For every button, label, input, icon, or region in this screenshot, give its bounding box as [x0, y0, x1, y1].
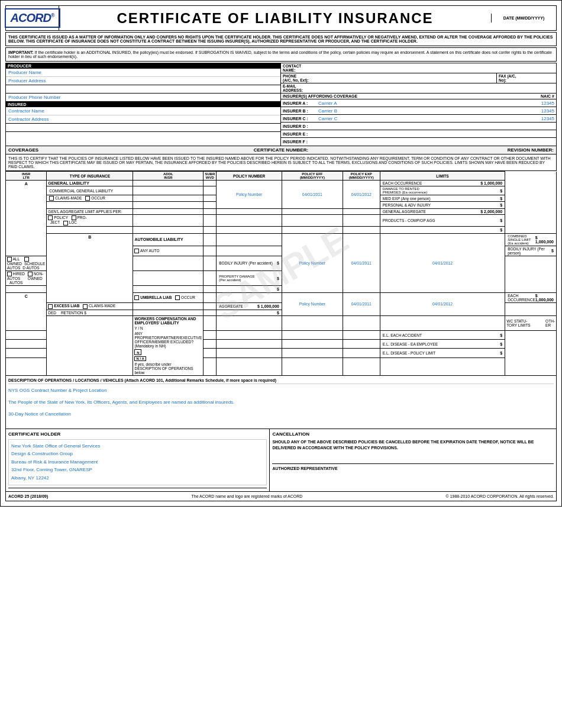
producer-address: Producer Address: [6, 77, 280, 85]
contractor-name: Contractor Name: [6, 107, 280, 115]
operations-line1: NYS OGS Contract Number & Project Locati…: [8, 386, 554, 395]
page-title: CERTIFICATE OF LIABILITY INSURANCE: [59, 8, 491, 29]
section-a-row-6: POLICY PRO- JECT LOC PRODUCTS - COMP/OP …: [6, 215, 557, 227]
cert-holder-address: New York State Office of General Service…: [8, 439, 267, 485]
section-a-row-1: A GENERAL LIABILITY Policy Number 04/01/…: [6, 181, 557, 186]
cert-holder-left: CERTIFICATE HOLDER New York State Office…: [6, 429, 270, 491]
producer-name: Producer Name: [6, 69, 280, 77]
umbrella-occur-checkbox[interactable]: [175, 295, 180, 300]
insurer-d-row: INSURER D :: [281, 123, 556, 130]
policy-checkbox[interactable]: [48, 215, 53, 220]
producer-label: PRODUCER: [6, 63, 280, 69]
insurer-e-row: INSURER E :: [281, 130, 556, 138]
section-a-row-5: GEN'L AGGREGATE LIMIT APPLIES PER: GENER…: [6, 209, 557, 215]
operations-line2: The People of the State of New York, Its…: [8, 398, 554, 407]
any-auto-checkbox[interactable]: [134, 249, 139, 253]
non-owned-checkbox[interactable]: [28, 272, 33, 276]
loc-checkbox[interactable]: [63, 221, 68, 226]
insurer-a-row: INSURER A : Carrier A 12345: [281, 99, 556, 107]
occur-checkbox[interactable]: [85, 196, 90, 201]
insurer-c-row: INSURER C : Carrier C 12345: [281, 115, 556, 123]
project-checkbox[interactable]: [72, 215, 76, 220]
operations-line3: 30-Day Notice of Cancellation: [8, 410, 554, 418]
insurers-coverage-header: INSURER(S) AFFORDING COVERAGE NAIC #: [281, 94, 556, 99]
footer-center: The ACORD name and logo are registered m…: [191, 494, 302, 498]
footer-copyright: © 1988-2010 ACORD CORPORATION. All right…: [446, 494, 554, 498]
cert-holder-section: CERTIFICATE HOLDER New York State Office…: [5, 429, 557, 492]
yn-box[interactable]: N: [134, 349, 141, 355]
umbrella-checkbox[interactable]: [134, 295, 139, 300]
hired-autos-checkbox[interactable]: [7, 272, 12, 276]
section-b-row-1: B AUTOMOBILE LIABILITY Policy Number 04/…: [6, 233, 557, 246]
important-box: IMPORTANT: If the certificate holder is …: [5, 47, 557, 62]
contractor-address: Contractor Address: [6, 115, 280, 124]
insured-label: INSURED: [6, 102, 280, 107]
cert-text: THIS IS TO CERTIFY THAT THE POLICIES OF …: [5, 154, 557, 171]
all-owned-checkbox[interactable]: [7, 257, 12, 262]
footer-acord-label: ACORD 25 (2018/09): [8, 494, 48, 498]
fax-label: FAX (A/C,No):: [497, 73, 556, 83]
na-box: N / A: [134, 356, 146, 361]
date-label: DATE (MM/DD/YYYY): [491, 14, 556, 22]
insurer-b-row: INSURER B : Carrier B 12345: [281, 107, 556, 115]
section-a-row-7: $: [6, 226, 557, 233]
phone-label: PHONE(A/C, No, Ext):: [281, 73, 497, 83]
schedule-checkbox[interactable]: [24, 257, 29, 262]
section-d-row-1: WORKERS COMPENSATION AND EMPLOYERS' LIAB…: [6, 315, 557, 331]
cert-holder-right: CANCELLATION SHOULD ANY OF THE ABOVE DES…: [270, 429, 556, 491]
info-box: THIS CERTIFICATE IS ISSUED AS A MATTER O…: [5, 32, 557, 46]
coverages-header: COVERAGES CERTIFICATE NUMBER: REVISION N…: [5, 146, 557, 154]
insurer-f-row: INSURER F :: [281, 138, 556, 146]
coverage-table: INSRLTR TYPE OF INSURANCE ADDLINSR SUBRW…: [5, 171, 557, 376]
footer: ACORD 25 (2018/09) The ACORD name and lo…: [5, 492, 557, 501]
claims-made-c-checkbox[interactable]: [83, 304, 88, 309]
contact-name-label: CONTACTNAME:: [281, 63, 556, 73]
claims-made-checkbox[interactable]: [49, 196, 54, 201]
operations-section: DESCRIPTION OF OPERATIONS / LOCATIONS / …: [5, 376, 557, 429]
excess-checkbox[interactable]: [48, 304, 53, 309]
email-label: E-MAILADDRESS:: [281, 83, 556, 94]
acord-logo: ACORD®: [6, 6, 59, 30]
producer-phone: Producer Phone Number: [6, 94, 280, 102]
